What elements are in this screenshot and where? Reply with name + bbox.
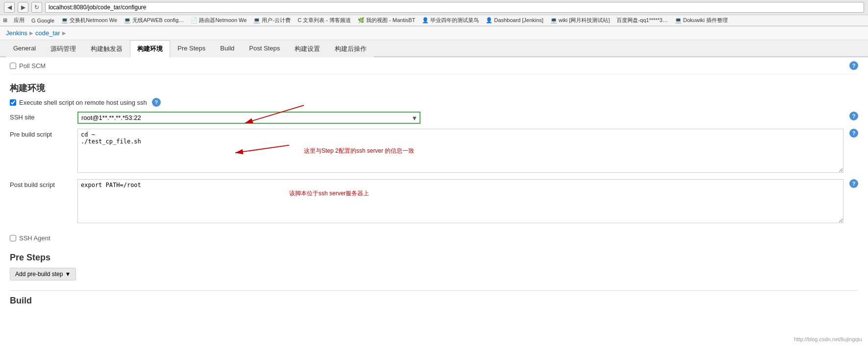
add-pre-build-step-button[interactable]: Add pre-build step ▼ [10,268,76,280]
pre-build-script-textarea[interactable]: cd ~ ./test_cp_file.sh [77,129,843,173]
add-pre-build-step-label: Add pre-build step [15,271,63,278]
pre-steps-heading: Pre Steps [10,253,858,268]
post-build-script-label: Post build script [10,179,74,188]
ssh-site-select[interactable]: root@1**.**.**.*53:22 [77,112,421,124]
breadcrumb-sep2: ▶ [62,30,66,36]
poll-scm-checkbox[interactable] [10,63,16,69]
tab-scm[interactable]: 源码管理 [43,40,83,57]
bookmark-grad[interactable]: 👤 毕业四年的测试菜鸟 [420,16,481,24]
tab-env[interactable]: 构建环境 [130,40,170,57]
ssh-agent-label: SSH Agent [19,234,50,242]
tab-postbuild[interactable]: 构建后操作 [327,40,374,57]
tab-poststeps[interactable]: Post Steps [242,40,287,57]
tab-presteps[interactable]: Pre Steps [170,40,213,57]
bookmark-baidu[interactable]: 百度网盘-qq1*****3… [614,16,670,24]
bookmark-router[interactable]: 📄 路由器Netmoon We [188,16,249,24]
bookmark-dokuwiki[interactable]: 💻 Dokuwiki 插件整理 [672,16,730,24]
breadcrumb-sep1: ▶ [29,30,33,36]
config-tabs: General 源码管理 构建触发器 构建环境 Pre Steps Build … [0,40,868,57]
execute-ssh-help[interactable]: ? [152,98,161,107]
bookmark-view[interactable]: 🌿 我的视图 - MantisBT [355,16,418,24]
breadcrumb-code-tar[interactable]: code_tar [35,29,60,37]
bookmarks-bar: ⊞ 应用 G Google 💻 交换机Netmoon We 💻 无线APWEB … [0,15,868,26]
build-heading: Build [10,290,858,308]
tab-settings[interactable]: 构建设置 [287,40,327,57]
execute-ssh-label: Execute shell script on remote host usin… [19,99,147,106]
bookmark-user[interactable]: 💻 用户-云计费 [251,16,293,24]
post-build-script-value: export PATH=/root [77,179,843,225]
address-bar[interactable] [45,2,864,13]
tab-general[interactable]: General [6,40,43,57]
build-env-heading: 构建环境 [10,74,858,98]
post-build-script-help[interactable]: ? [849,179,858,188]
execute-ssh-row: Execute shell script on remote host usin… [10,98,858,107]
pre-steps-section: Pre Steps Add pre-build step ▼ [10,247,858,286]
ssh-site-value: root@1**.**.**.*53:22 ▼ [77,112,843,124]
back-button[interactable]: ◀ [4,2,15,13]
execute-ssh-checkbox[interactable] [10,99,16,106]
watermark: http://blog.csdn.net/liujingqiu [794,336,862,342]
forward-button[interactable]: ▶ [18,2,28,13]
pre-build-script-label: Pre build script [10,129,74,138]
ssh-agent-checkbox[interactable] [10,235,16,241]
apps-icon[interactable]: ⊞ [3,17,7,23]
bookmark-wiki[interactable]: 💻 wiki [网月科技测试站] [548,16,613,24]
ssh-site-row: SSH site root@1**.**.**.*53:22 ▼ ? [10,112,858,124]
bookmark-switch[interactable]: 💻 交换机Netmoon We [59,16,120,24]
ssh-site-select-wrapper: root@1**.**.**.*53:22 ▼ [77,112,421,124]
pre-build-script-row: Pre build script cd ~ ./test_cp_file.sh … [10,129,858,174]
breadcrumb-jenkins[interactable]: Jenkins [6,29,27,37]
breadcrumb: Jenkins ▶ code_tar ▶ [0,26,868,40]
refresh-button[interactable]: ↻ [31,2,42,13]
post-build-script-textarea[interactable]: export PATH=/root [77,179,843,223]
tab-build[interactable]: Build [213,40,242,57]
bookmark-apps[interactable]: 应用 [11,16,27,24]
post-build-script-row: Post build script export PATH=/root ? [10,179,858,225]
tab-triggers[interactable]: 构建触发器 [83,40,130,57]
bookmark-wireless[interactable]: 💻 无线APWEB config… [122,16,186,24]
poll-scm-label: Poll SCM [19,62,46,70]
pre-build-script-value: cd ~ ./test_cp_file.sh [77,129,843,174]
main-content: Poll SCM ? 构建环境 Execute shell script on … [0,57,868,318]
ssh-agent-row: SSH Agent [10,230,858,247]
pre-build-script-help[interactable]: ? [849,129,858,138]
bookmark-blog[interactable]: C 文章列表 - 博客频道 [295,16,353,24]
bookmark-google[interactable]: G Google [29,17,57,24]
poll-scm-row: Poll SCM ? [10,57,858,74]
poll-scm-help[interactable]: ? [849,61,858,70]
ssh-site-label: SSH site [10,112,74,121]
add-pre-build-step-arrow-icon: ▼ [65,271,71,278]
bookmark-jenkins[interactable]: 👤 Dashboard [Jenkins] [483,17,546,24]
ssh-site-help[interactable]: ? [849,112,858,120]
